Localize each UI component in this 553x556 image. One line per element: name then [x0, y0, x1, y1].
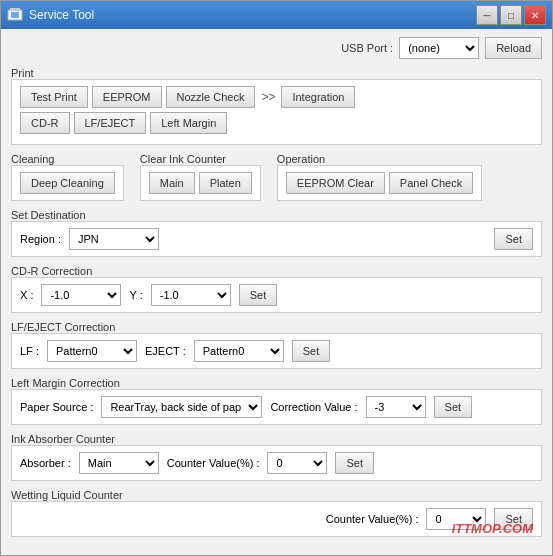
wetting-counter-select[interactable]: 0: [426, 508, 486, 530]
paper-source-select[interactable]: RearTray, back side of pap: [101, 396, 262, 418]
ink-counter-value-label: Counter Value(%) :: [167, 457, 260, 469]
set-destination-button[interactable]: Set: [494, 228, 533, 250]
wetting-set-button[interactable]: Set: [494, 508, 533, 530]
wetting-liquid-counter-row: Counter Value(%) : 0 Set: [20, 508, 533, 530]
cleaning-section: Cleaning Deep Cleaning: [11, 153, 124, 201]
operation-title: Operation: [277, 153, 482, 165]
nozzle-check-button[interactable]: Nozzle Check: [166, 86, 256, 108]
print-section: Print Test Print EEPROM Nozzle Check >> …: [11, 67, 542, 145]
cdr-correction-row: X : -1.0 Y : -1.0 Set: [20, 284, 533, 306]
clear-ink-section: Clear Ink Counter Main Platen: [140, 153, 261, 201]
region-select[interactable]: JPN: [69, 228, 159, 250]
reload-button[interactable]: Reload: [485, 37, 542, 59]
clear-ink-title: Clear Ink Counter: [140, 153, 261, 165]
x-label: X :: [20, 289, 33, 301]
window-title: Service Tool: [29, 8, 476, 22]
eeprom-button[interactable]: EEPROM: [92, 86, 162, 108]
title-bar: Service Tool ─ □ ✕: [1, 1, 552, 29]
integration-button[interactable]: Integration: [281, 86, 355, 108]
app-icon: [7, 7, 23, 23]
left-margin-button[interactable]: Left Margin: [150, 112, 227, 134]
ink-absorber-counter-title: Ink Absorber Counter: [11, 433, 542, 445]
usb-row: USB Port : (none) Reload: [11, 37, 542, 59]
eeprom-clear-button[interactable]: EEPROM Clear: [286, 172, 385, 194]
cdr-set-button[interactable]: Set: [239, 284, 278, 306]
print-row-2: CD-R LF/EJECT Left Margin: [20, 112, 533, 134]
left-margin-correction-section: Left Margin Correction Paper Source : Re…: [11, 377, 542, 425]
lf-eject-correction-section: LF/EJECT Correction LF : Pattern0 EJECT …: [11, 321, 542, 369]
left-margin-set-button[interactable]: Set: [434, 396, 473, 418]
close-button[interactable]: ✕: [524, 5, 546, 25]
cdr-button[interactable]: CD-R: [20, 112, 70, 134]
lf-eject-set-button[interactable]: Set: [292, 340, 331, 362]
eject-label: EJECT :: [145, 345, 186, 357]
wetting-counter-value-label: Counter Value(%) :: [326, 513, 419, 525]
set-destination-title: Set Destination: [11, 209, 542, 221]
x-select[interactable]: -1.0: [41, 284, 121, 306]
maximize-button[interactable]: □: [500, 5, 522, 25]
platen-button[interactable]: Platen: [199, 172, 252, 194]
lf-label: LF :: [20, 345, 39, 357]
middle-row: Cleaning Deep Cleaning Clear Ink Counter…: [11, 153, 542, 201]
eject-select[interactable]: Pattern0: [194, 340, 284, 362]
main-window: Service Tool ─ □ ✕ USB Port : (none) Rel…: [0, 0, 553, 556]
cleaning-title: Cleaning: [11, 153, 124, 165]
left-margin-correction-row: Paper Source : RearTray, back side of pa…: [20, 396, 533, 418]
print-title: Print: [11, 67, 542, 79]
set-destination-row: Region : JPN Set: [20, 228, 533, 250]
svg-rect-2: [11, 12, 19, 18]
ink-counter-select[interactable]: 0: [267, 452, 327, 474]
main-button[interactable]: Main: [149, 172, 195, 194]
y-label: Y :: [129, 289, 142, 301]
ink-absorber-counter-section: Ink Absorber Counter Absorber : Main Cou…: [11, 433, 542, 481]
minimize-button[interactable]: ─: [476, 5, 498, 25]
operation-section: Operation EEPROM Clear Panel Check: [277, 153, 482, 201]
set-destination-section: Set Destination Region : JPN Set: [11, 209, 542, 257]
panel-check-button[interactable]: Panel Check: [389, 172, 473, 194]
wetting-liquid-counter-title: Wetting Liquid Counter: [11, 489, 542, 501]
deep-cleaning-button[interactable]: Deep Cleaning: [20, 172, 115, 194]
absorber-label: Absorber :: [20, 457, 71, 469]
svg-rect-1: [10, 8, 20, 11]
lf-eject-correction-row: LF : Pattern0 EJECT : Pattern0 Set: [20, 340, 533, 362]
print-row-1: Test Print EEPROM Nozzle Check >> Integr…: [20, 86, 533, 108]
wetting-liquid-counter-section: Wetting Liquid Counter Counter Value(%) …: [11, 489, 542, 537]
ink-absorber-set-button[interactable]: Set: [335, 452, 374, 474]
arrow-icon[interactable]: >>: [259, 90, 277, 104]
absorber-select[interactable]: Main: [79, 452, 159, 474]
y-select[interactable]: -1.0: [151, 284, 231, 306]
lf-eject-correction-title: LF/EJECT Correction: [11, 321, 542, 333]
left-margin-correction-title: Left Margin Correction: [11, 377, 542, 389]
paper-source-label: Paper Source :: [20, 401, 93, 413]
usb-label: USB Port :: [341, 42, 393, 54]
lf-select[interactable]: Pattern0: [47, 340, 137, 362]
region-label: Region :: [20, 233, 61, 245]
window-controls: ─ □ ✕: [476, 5, 546, 25]
ink-absorber-counter-row: Absorber : Main Counter Value(%) : 0 Set: [20, 452, 533, 474]
cdr-correction-title: CD-R Correction: [11, 265, 542, 277]
usb-port-select[interactable]: (none): [399, 37, 479, 59]
correction-value-select[interactable]: -3: [366, 396, 426, 418]
test-print-button[interactable]: Test Print: [20, 86, 88, 108]
lf-eject-button[interactable]: LF/EJECT: [74, 112, 147, 134]
cdr-correction-section: CD-R Correction X : -1.0 Y : -1.0 Set: [11, 265, 542, 313]
correction-value-label: Correction Value :: [270, 401, 357, 413]
content-area: USB Port : (none) Reload Print Test Prin…: [1, 29, 552, 555]
